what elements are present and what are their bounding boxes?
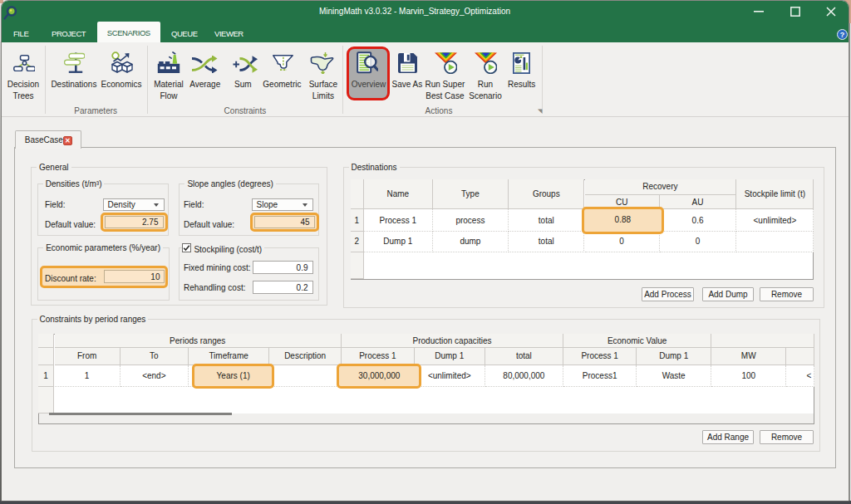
svg-text:?: ? [840, 31, 845, 39]
